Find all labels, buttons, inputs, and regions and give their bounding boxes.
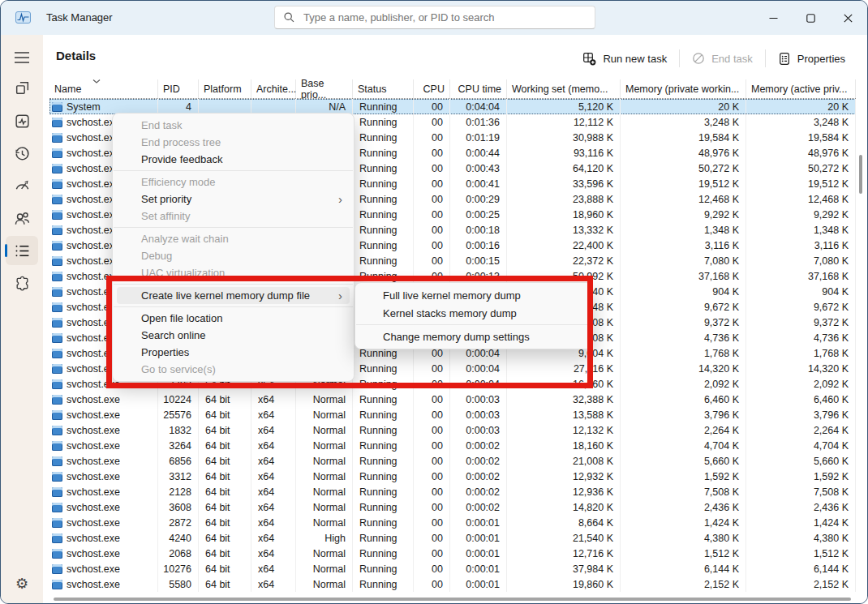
column-header-cpu_time[interactable]: CPU time	[450, 79, 507, 98]
cell-cpu_time: 0:00:03	[450, 407, 507, 422]
sidebar-item-users[interactable]	[6, 203, 38, 233]
sidebar-item-app-history[interactable]	[6, 139, 38, 168]
cell-cpu: 00	[414, 546, 450, 561]
cell-cpu_time: 0:01:36	[450, 114, 507, 130]
cell-cpu_time: 0:00:25	[450, 207, 507, 222]
sidebar-menu-button[interactable]	[6, 43, 38, 72]
submenu-arrow-icon: ›	[338, 192, 342, 204]
cell-arch: x64	[251, 530, 296, 546]
cell-mem_active: 6,144 K	[746, 561, 856, 576]
table-row[interactable]: svchost.exe558064 bitx64NormalRunning000…	[49, 576, 856, 592]
context-menu-item-end-process-tree[interactable]: End process tree	[117, 134, 350, 151]
cell-status: Running	[353, 561, 414, 576]
table-row[interactable]: svchost.exe360864 bitx64NormalRunning000…	[49, 499, 856, 515]
cell-status: Running	[353, 515, 414, 530]
search-icon	[283, 11, 295, 24]
cell-cpu_time: 0:00:16	[450, 238, 507, 253]
column-header-cpu[interactable]: CPU	[414, 79, 450, 98]
cell-status: Running	[353, 114, 414, 130]
sidebar-item-startup-apps[interactable]	[6, 171, 38, 200]
cell-mem_active: 2,264 K	[746, 422, 856, 438]
cell-mem_private: 3,248 K	[621, 114, 746, 130]
table-row[interactable]: svchost.exe424064 bitx64HighRunning000:0…	[49, 530, 856, 546]
cell-cpu: 00	[414, 99, 450, 114]
column-header-base_priority[interactable]: Base prio...	[296, 79, 353, 98]
maximize-button[interactable]	[792, 2, 829, 34]
context-menu-item-end-task[interactable]: End task	[117, 117, 350, 134]
table-row[interactable]: svchost.exe331264 bitx64NormalRunning000…	[49, 469, 856, 484]
sidebar-item-services[interactable]	[6, 268, 38, 298]
context-menu-item-set-priority[interactable]: Set priority›	[117, 191, 350, 208]
horizontal-scrollbar[interactable]	[54, 598, 851, 601]
close-button[interactable]	[829, 2, 866, 34]
cell-mem_private: 1,512 K	[621, 546, 746, 561]
column-header-mem_private[interactable]: Memory (private workin...	[621, 79, 746, 98]
column-header-name[interactable]: Name	[49, 79, 158, 98]
column-header-pid[interactable]: PID	[158, 79, 199, 98]
table-row[interactable]: svchost.exe326464 bitx64NormalRunning000…	[49, 438, 856, 453]
search-box[interactable]	[274, 6, 595, 29]
search-input[interactable]	[302, 11, 587, 24]
column-header-mem_active[interactable]: Memory (active priv...	[746, 79, 856, 98]
cell-status: Running	[353, 176, 414, 191]
sidebar-item-performance[interactable]	[6, 106, 38, 135]
cell-mem_private: 20 K	[621, 99, 746, 114]
process-icon	[52, 549, 62, 559]
context-menu-item-analyze-wait-chain[interactable]: Analyze wait chain	[117, 230, 350, 247]
run-new-task-button[interactable]: Run new task	[572, 46, 677, 71]
cell-mem_active: 1,592 K	[746, 469, 856, 484]
context-menu-item-provide-feedback[interactable]: Provide feedback	[117, 151, 350, 168]
cell-mem_active: 20 K	[746, 99, 856, 114]
process-icon	[52, 487, 62, 497]
minimize-button[interactable]	[754, 2, 792, 34]
properties-button[interactable]: Properties	[767, 46, 856, 71]
process-name: svchost.exe	[67, 579, 120, 590]
context-menu-item-label: Efficiency mode	[141, 176, 216, 188]
cell-name: svchost.exe	[49, 499, 158, 515]
table-row[interactable]: svchost.exe287264 bitx64NormalRunning000…	[49, 515, 856, 530]
table-row[interactable]: svchost.exe685664 bitx64NormalRunning000…	[49, 453, 856, 469]
table-row[interactable]: svchost.exe1027664 bitx64NormalRunning00…	[49, 561, 856, 576]
cell-status: Running	[353, 438, 414, 453]
vertical-scrollbar[interactable]	[859, 155, 862, 194]
cell-working_set: 32,388 K	[507, 392, 621, 407]
cell-mem_active: 37,168 K	[746, 268, 856, 284]
cell-cpu: 00	[414, 238, 450, 253]
column-header-working_set[interactable]: Working set (memo...	[507, 79, 621, 98]
cell-arch: x64	[251, 469, 296, 484]
process-icon	[52, 164, 62, 173]
cell-pid: 2068	[158, 546, 199, 561]
table-row[interactable]: svchost.exe206864 bitx64NormalRunning000…	[49, 546, 856, 561]
table-row[interactable]: svchost.exe183264 bitx64NormalRunning000…	[49, 422, 856, 438]
process-icon	[52, 333, 62, 343]
cell-working_set: 30,988 K	[507, 130, 621, 145]
column-header-arch[interactable]: Archite...	[251, 79, 296, 98]
sidebar-item-settings[interactable]: ⚙	[6, 569, 38, 598]
table-row[interactable]: svchost.exe2557664 bitx64NormalRunning00…	[49, 407, 856, 422]
cell-cpu_time: 0:00:03	[450, 422, 507, 438]
end-task-icon	[692, 52, 705, 65]
table-row[interactable]: svchost.exe212864 bitx64NormalRunning000…	[49, 484, 856, 499]
table-header-row: NamePIDPlatformArchite...Base prio...Sta…	[49, 79, 856, 99]
cell-mem_active: 50,272 K	[746, 161, 856, 176]
context-menu-item-debug[interactable]: Debug	[117, 247, 350, 264]
cell-mem_active: 3,116 K	[746, 238, 856, 253]
process-name: svchost.exe	[67, 425, 120, 436]
sidebar-item-details[interactable]	[6, 236, 38, 265]
cell-mem_active: 1,768 K	[746, 345, 856, 361]
context-menu-item-set-affinity[interactable]: Set affinity	[117, 208, 350, 225]
cell-mem_private: 3,796 K	[621, 407, 746, 422]
context-menu-item-efficiency-mode[interactable]: Efficiency mode	[117, 173, 350, 191]
cell-status: Running	[353, 191, 414, 207]
column-header-platform[interactable]: Platform	[199, 79, 251, 98]
cell-mem_private: 2,092 K	[621, 376, 746, 392]
cell-base_priority: Normal	[296, 499, 353, 515]
cell-name: svchost.exe	[49, 546, 158, 561]
cell-mem_private: 5,660 K	[621, 453, 746, 469]
end-task-button[interactable]: End task	[681, 46, 763, 71]
column-header-status[interactable]: Status	[353, 79, 414, 98]
sidebar-item-processes[interactable]	[6, 73, 38, 102]
context-menu-item-label: Set affinity	[141, 210, 190, 222]
table-row[interactable]: svchost.exe1022464 bitx64NormalRunning00…	[49, 392, 856, 407]
cell-mem_private: 9,292 K	[621, 207, 746, 222]
